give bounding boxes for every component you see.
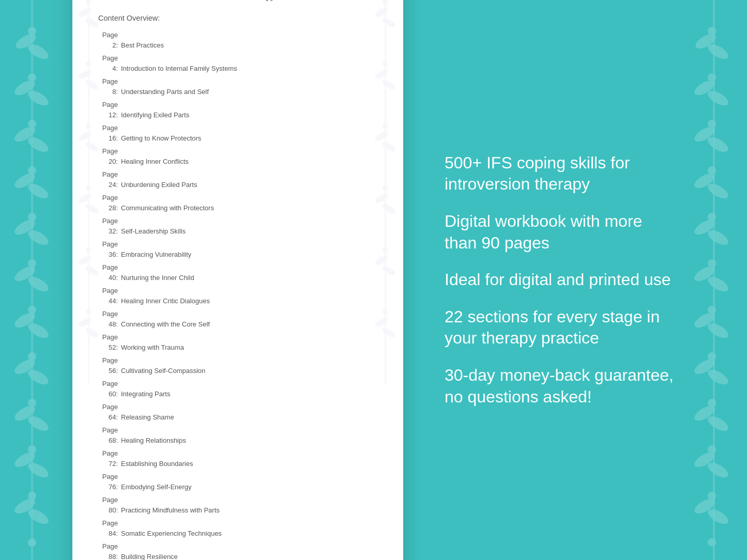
feature-item-4: 30-day money-back guarantee, no question… — [445, 365, 675, 408]
toc-item: Page 60:Integrating Parts — [98, 377, 377, 400]
table-of-contents: Page 2:Best PracticesPage 4:Introduction… — [98, 28, 377, 560]
toc-item: Page 52:Working with Trauma — [98, 331, 377, 354]
toc-item: Page 56:Cultivating Self-Compassion — [98, 354, 377, 377]
toc-item: Page 64:Releasing Shame — [98, 400, 377, 424]
feature-item-0: 500+ IFS coping skills for introversion … — [445, 152, 675, 195]
toc-item: Page 12:Identifying Exiled Parts — [98, 98, 377, 121]
main-container: 500+ IFS Coping Skills for Introversion … — [0, 0, 747, 560]
toc-item: Page 48:Connecting with the Core Self — [98, 307, 377, 331]
toc-item: Page 88:Building Resilience — [98, 540, 377, 560]
feature-item-1: Digital workbook with more than 90 pages — [445, 211, 675, 254]
toc-item: Page 24:Unburdening Exiled Parts — [98, 168, 377, 191]
toc-item: Page 80:Practicing Mindfulness with Part… — [98, 493, 377, 517]
toc-item: Page 84:Somatic Experiencing Techniques — [98, 517, 377, 540]
toc-item: Page 76:Embodying Self-Energy — [98, 470, 377, 493]
toc-item: Page 40:Nurturing the Inner Child — [98, 261, 377, 284]
document-title: 500+ IFS Coping Skills for Introversion … — [98, 0, 377, 3]
toc-item: Page 36:Embracing Vulnerability — [98, 238, 377, 261]
toc-item: Page 16:Getting to Know Protectors — [98, 121, 377, 145]
toc-item: Page 4:Introduction to Internal Family S… — [98, 52, 377, 75]
document-card: 500+ IFS Coping Skills for Introversion … — [72, 0, 403, 560]
feature-item-3: 22 sections for every stage in your ther… — [445, 306, 675, 349]
toc-item: Page 28:Communicating with Protectors — [98, 191, 377, 214]
feature-item-2: Ideal for digital and printed use — [445, 269, 675, 291]
content-overview-label: Content Overview: — [98, 14, 377, 22]
toc-item: Page 32:Self-Leadership Skills — [98, 214, 377, 238]
toc-item: Page 20:Healing Inner Conflicts — [98, 145, 377, 168]
doc-body: 500+ IFS Coping Skills for Introversion … — [72, 0, 403, 560]
toc-item: Page 68:Healing Relationships — [98, 424, 377, 447]
toc-item: Page 44:Healing Inner Critic Dialogues — [98, 284, 377, 307]
features-panel: 500+ IFS coping skills for introversion … — [434, 152, 675, 408]
toc-item: Page 2:Best Practices — [98, 28, 377, 52]
toc-item: Page 8:Understanding Parts and Self — [98, 75, 377, 98]
toc-item: Page 72:Establishing Boundaries — [98, 447, 377, 470]
